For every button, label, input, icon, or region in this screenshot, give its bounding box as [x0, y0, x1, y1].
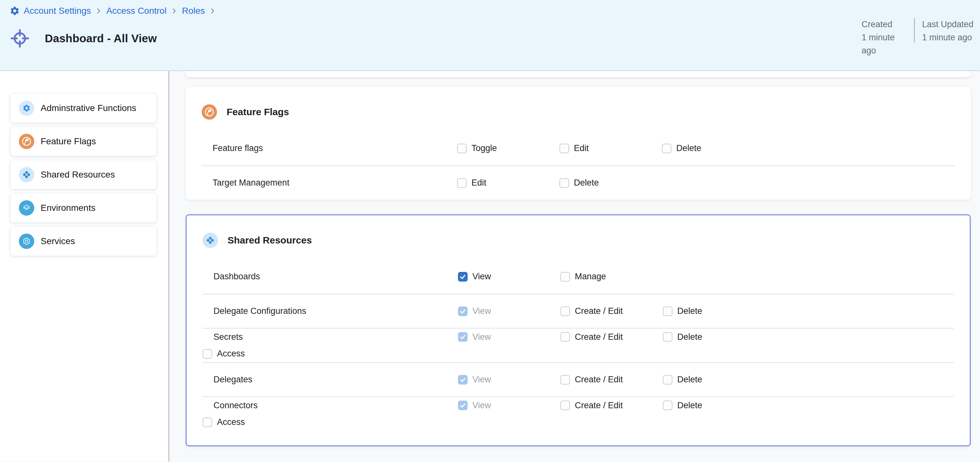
diamond-grid-icon [203, 233, 218, 248]
meta-divider [914, 18, 915, 42]
flag-circle-icon [19, 134, 34, 149]
permission-delegates-delete[interactable]: Delete [663, 375, 765, 384]
checkbox-manage[interactable] [560, 272, 570, 281]
checkbox-create-edit[interactable] [560, 306, 570, 316]
permission-label: Edit [471, 178, 487, 188]
checkbox-edit[interactable] [457, 178, 467, 188]
checkbox-create-edit[interactable] [560, 375, 570, 384]
permission-row-feature-flags: Feature flagsToggleEditDelete [202, 131, 955, 165]
page-title: Dashboard - All View [45, 32, 157, 45]
permission-row-delegate-configurations: Delegate ConfigurationsViewCreate / Edit… [203, 294, 954, 328]
permission-secrets-delete[interactable]: Delete [663, 332, 765, 342]
checkbox-view[interactable] [458, 272, 468, 281]
permission-label: View [473, 271, 491, 281]
permission-feature-flags-delete[interactable]: Delete [662, 143, 764, 153]
permission-label: Delete [677, 306, 702, 316]
permission-label: Delete [677, 400, 702, 411]
permissions-card-shared-resources: Shared ResourcesDashboardsViewManageDele… [186, 214, 971, 446]
resource-sidebar: Adminstrative FunctionsFeature FlagsShar… [0, 71, 169, 461]
resource-label: Feature flags [202, 143, 457, 153]
resource-label: Secrets [203, 332, 458, 342]
permission-label: Create / Edit [575, 332, 623, 342]
flag-circle-icon [202, 104, 217, 120]
permission-label: View [473, 400, 491, 411]
checkbox-access[interactable] [203, 349, 212, 359]
permission-delegate-configurations-delete[interactable]: Delete [663, 306, 765, 316]
chevron-right-icon [170, 7, 178, 15]
permission-target-management-delete[interactable]: Delete [560, 178, 662, 188]
hexagon-nut-icon [19, 233, 34, 249]
sidebar-item-adminstrative-functions[interactable]: Adminstrative Functions [10, 94, 157, 123]
breadcrumb-link-access-control[interactable]: Access Control [106, 6, 166, 16]
checkbox-create-edit[interactable] [560, 332, 570, 342]
gear-icon [10, 6, 20, 16]
meta-info: Created 1 minute ago Last Updated 1 minu… [862, 18, 974, 57]
permission-rows: DashboardsViewManageDelegate Configurati… [203, 259, 954, 431]
permission-secrets-create-edit[interactable]: Create / Edit [560, 332, 663, 342]
body-row: Adminstrative FunctionsFeature FlagsShar… [0, 71, 980, 461]
last-updated-value: 1 minute ago [922, 31, 974, 44]
sidebar-item-feature-flags[interactable]: Feature Flags [10, 127, 157, 156]
checkbox-view [458, 332, 468, 342]
sidebar-item-environments[interactable]: Environments [10, 193, 157, 223]
permission-label: Create / Edit [575, 306, 623, 316]
chevron-right-icon [95, 7, 102, 15]
permission-label: View [473, 375, 491, 384]
permission-target-management-edit[interactable]: Edit [457, 178, 560, 188]
permission-label: Manage [575, 271, 606, 281]
permission-label: Delete [574, 178, 599, 188]
permission-label: Delete [676, 143, 701, 153]
permission-delegate-configurations-create-edit[interactable]: Create / Edit [560, 306, 663, 316]
sidebar-item-label: Feature Flags [41, 136, 96, 146]
card-title: Feature Flags [227, 106, 289, 117]
permissions-card-feature-flags: Feature FlagsFeature flagsToggleEditDele… [186, 87, 971, 200]
permission-row-delegates: DelegatesViewCreate / EditDelete [203, 362, 954, 397]
resource-label: Delegates [203, 375, 458, 384]
permission-dashboards-view[interactable]: View [458, 271, 560, 281]
checkbox-delete[interactable] [662, 144, 671, 153]
permission-label: Create / Edit [575, 375, 623, 384]
checkbox-toggle[interactable] [457, 144, 467, 153]
permission-label: Delete [677, 332, 702, 342]
resource-label: Target Management [202, 178, 457, 188]
permission-feature-flags-toggle[interactable]: Toggle [457, 143, 560, 153]
checkbox-delete[interactable] [663, 400, 673, 410]
permission-row-connectors: ConnectorsViewCreate / EditDeleteAccess [203, 397, 954, 431]
main-content: Feature FlagsFeature flagsToggleEditDele… [169, 71, 980, 461]
permission-delegates-create-edit[interactable]: Create / Edit [560, 375, 663, 384]
permission-connectors-access[interactable]: Access [203, 417, 458, 427]
permission-row-target-management: Target ManagementEditDelete [202, 165, 955, 200]
checkbox-delete[interactable] [560, 178, 569, 188]
permission-label: Access [217, 417, 245, 427]
created-label: Created [862, 18, 910, 31]
last-updated-block: Last Updated 1 minute ago [922, 18, 974, 57]
checkbox-view [458, 375, 468, 384]
checkbox-edit[interactable] [560, 144, 569, 153]
layers-icon [19, 200, 34, 216]
permission-rows: Feature flagsToggleEditDeleteTarget Mana… [202, 131, 955, 200]
permission-secrets-access[interactable]: Access [203, 349, 458, 359]
checkbox-delete[interactable] [663, 306, 673, 316]
checkbox-delete[interactable] [663, 332, 673, 342]
permission-delegate-configurations-view: View [458, 306, 560, 316]
permission-dashboards-manage[interactable]: Manage [560, 271, 663, 281]
sidebar-item-shared-resources[interactable]: Shared Resources [10, 160, 157, 189]
chevron-right-icon [209, 7, 216, 15]
page-header: Account SettingsAccess ControlRoles Dash… [0, 0, 980, 71]
breadcrumb-link-account-settings[interactable]: Account Settings [24, 6, 91, 16]
card-header: Shared Resources [203, 215, 954, 248]
checkbox-view [458, 306, 468, 316]
breadcrumb-link-roles[interactable]: Roles [182, 6, 205, 16]
permission-label: View [473, 306, 491, 316]
sidebar-item-services[interactable]: Services [10, 227, 157, 256]
permission-feature-flags-edit[interactable]: Edit [560, 143, 662, 153]
checkbox-access[interactable] [203, 418, 212, 427]
checkbox-create-edit[interactable] [560, 400, 570, 410]
permission-delegates-view: View [458, 375, 560, 384]
checkbox-delete[interactable] [663, 375, 673, 384]
permission-connectors-delete[interactable]: Delete [663, 400, 765, 411]
sidebar-item-label: Services [41, 236, 75, 246]
permission-label: Access [217, 349, 245, 359]
card-header: Feature Flags [202, 87, 955, 120]
permission-connectors-create-edit[interactable]: Create / Edit [560, 400, 663, 411]
